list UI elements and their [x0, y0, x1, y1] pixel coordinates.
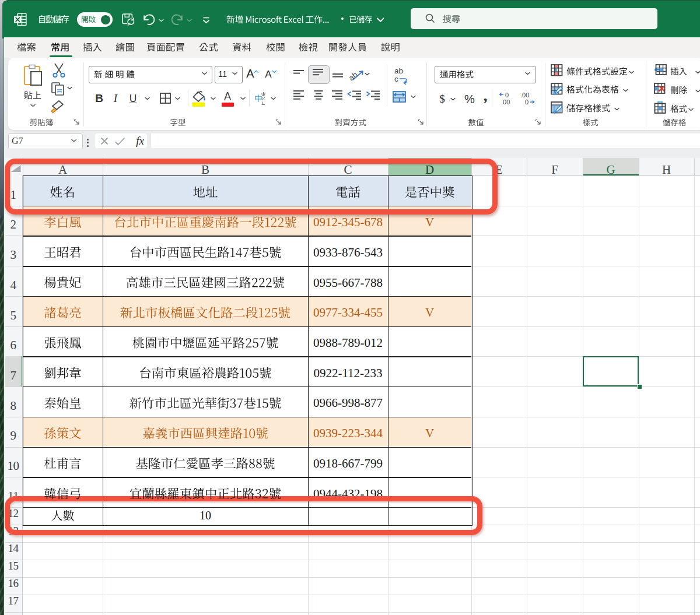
svg-text:0: 0: [525, 99, 528, 106]
svg-text:.00: .00: [501, 99, 510, 106]
svg-text:.00: .00: [520, 92, 529, 99]
svg-text:ab: ab: [394, 67, 403, 75]
svg-text:0: 0: [505, 92, 509, 99]
svg-text:c: c: [394, 75, 398, 83]
